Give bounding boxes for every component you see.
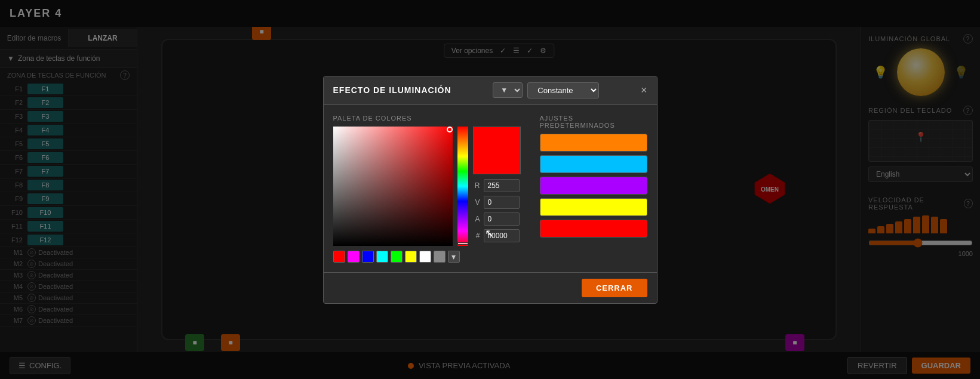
swatch-gray[interactable] [434, 251, 446, 263]
preset-section: AJUSTES PREDETERMINADOS [540, 115, 647, 263]
swatches-row: ▾ [333, 251, 530, 263]
palette-label: PALETA DE COLORES [333, 115, 530, 122]
r-label: R [473, 181, 480, 190]
v-input-row: V [473, 196, 521, 209]
modal-overlay: EFECTO DE ILUMINACIÓN ▼ Constante × PALE… [0, 0, 980, 379]
preset-bar-yellow[interactable] [540, 198, 647, 216]
modal-header: EFECTO DE ILUMINACIÓN ▼ Constante × [324, 76, 657, 105]
hex-input[interactable] [484, 229, 520, 242]
preset-bar-orange[interactable] [540, 134, 647, 152]
modal-footer: CERRAR [324, 272, 657, 303]
swatch-magenta[interactable] [348, 251, 360, 263]
effect-select[interactable]: Constante [527, 82, 599, 98]
modal-body: PALETA DE COLORES R [324, 105, 657, 272]
swatch-red[interactable] [333, 251, 345, 263]
swatch-dropdown[interactable]: ▾ [448, 251, 460, 263]
presets-label: AJUSTES PREDETERMINADOS [540, 115, 647, 129]
v-label: V [473, 198, 480, 207]
r-input-row: R [473, 179, 521, 192]
hash-label: # [473, 232, 480, 240]
swatch-green[interactable] [391, 251, 403, 263]
modal-close-button[interactable]: × [641, 85, 647, 95]
preset-bar-red[interactable] [540, 220, 647, 238]
a-input-row: A [473, 212, 521, 226]
hue-cursor [457, 242, 468, 245]
effect-type-dropdown[interactable]: ▼ [493, 82, 523, 98]
hue-strip[interactable] [457, 127, 468, 246]
modal-title: EFECTO DE ILUMINACIÓN [333, 85, 451, 95]
color-preview-box [473, 127, 521, 174]
color-preview-inputs: R V A # [473, 127, 521, 246]
color-gradient-cursor [447, 127, 453, 133]
swatch-blue[interactable] [362, 251, 374, 263]
color-gradient-picker[interactable] [333, 127, 453, 246]
cerrar-button[interactable]: CERRAR [582, 279, 647, 297]
r-input[interactable] [484, 179, 520, 192]
color-effect-modal: EFECTO DE ILUMINACIÓN ▼ Constante × PALE… [323, 76, 658, 304]
swatch-white[interactable] [419, 251, 431, 263]
swatch-yellow[interactable] [405, 251, 417, 263]
a-label: A [473, 215, 480, 223]
hex-input-row: # [473, 229, 521, 242]
color-picker-area: R V A # [333, 127, 530, 246]
a-input[interactable] [484, 212, 520, 226]
v-input[interactable] [484, 196, 520, 209]
preset-bar-purple[interactable] [540, 177, 647, 195]
color-palette-section: PALETA DE COLORES R [333, 115, 530, 263]
swatch-cyan[interactable] [376, 251, 388, 263]
preset-bar-cyan[interactable] [540, 155, 647, 173]
color-inputs: R V A # [473, 179, 521, 242]
